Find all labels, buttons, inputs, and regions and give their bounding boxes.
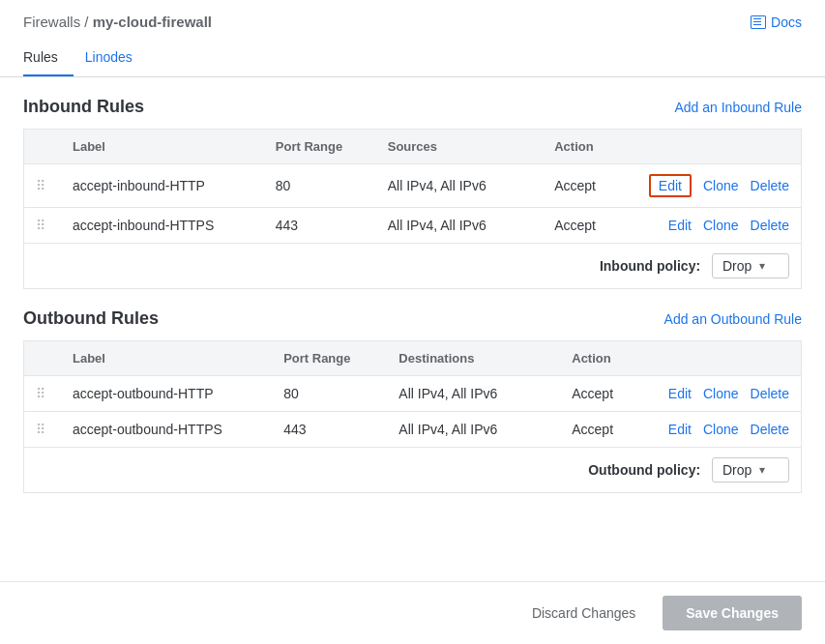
- inbound-drag-col: [24, 130, 62, 164]
- outbound-row1-port: 80: [272, 376, 387, 412]
- inbound-policy-cell: Inbound policy: Drop ▾: [24, 244, 802, 289]
- outbound-col-label: Label: [61, 341, 272, 376]
- drag-handle[interactable]: ⠿: [24, 164, 62, 208]
- outbound-col-action: Action: [560, 341, 657, 376]
- outbound-row1-label: accept-outbound-HTTP: [61, 376, 272, 412]
- tab-linodes[interactable]: Linodes: [85, 40, 148, 76]
- outbound-table: Label Port Range Destinations Action ⠿ a…: [23, 340, 802, 493]
- outbound-row2-port: 443: [272, 412, 387, 448]
- inbound-row2-sources: All IPv4, All IPv6: [376, 208, 543, 244]
- outbound-col-destinations: Destinations: [387, 341, 560, 376]
- inbound-title: Inbound Rules: [23, 97, 144, 117]
- inbound-col-label: Label: [61, 130, 264, 164]
- tab-rules[interactable]: Rules: [23, 40, 74, 76]
- inbound-policy-row: Inbound policy: Drop ▾: [24, 244, 802, 289]
- outbound-row1-delete-button[interactable]: Delete: [751, 386, 789, 401]
- outbound-rules-section: Outbound Rules Add an Outbound Rule Labe…: [23, 308, 802, 493]
- header: Firewalls / my-cloud-firewall Docs: [0, 0, 825, 40]
- inbound-table: Label Port Range Sources Action ⠿ accept…: [23, 129, 802, 289]
- docs-icon: [751, 15, 766, 29]
- outbound-row2-edit-button[interactable]: Edit: [668, 422, 692, 437]
- inbound-row1-sources: All IPv4, All IPv6: [376, 164, 543, 208]
- outbound-row2-actions: Edit Clone Delete: [657, 412, 802, 448]
- outbound-col-port: Port Range: [272, 341, 387, 376]
- drag-handle[interactable]: ⠿: [24, 376, 62, 412]
- outbound-row1-destinations: All IPv4, All IPv6: [387, 376, 560, 412]
- outbound-row1-edit-button[interactable]: Edit: [668, 386, 692, 401]
- outbound-row2-destinations: All IPv4, All IPv6: [387, 412, 560, 448]
- outbound-table-header: Label Port Range Destinations Action: [24, 341, 802, 376]
- docs-link[interactable]: Docs: [751, 15, 802, 30]
- main-content: Inbound Rules Add an Inbound Rule Label …: [0, 77, 825, 581]
- outbound-row1-clone-button[interactable]: Clone: [703, 386, 739, 401]
- inbound-col-action: Action: [543, 130, 637, 164]
- breadcrumb-prefix: Firewalls /: [23, 14, 89, 30]
- inbound-row1-action: Accept: [543, 164, 637, 208]
- inbound-row1-label: accept-inbound-HTTP: [61, 164, 264, 208]
- chevron-down-icon: ▾: [759, 259, 765, 273]
- drag-handle[interactable]: ⠿: [24, 412, 62, 448]
- table-row: ⠿ accept-inbound-HTTPS 443 All IPv4, All…: [24, 208, 802, 244]
- breadcrumb-current: my-cloud-firewall: [93, 14, 212, 30]
- outbound-policy-select[interactable]: Drop ▾: [712, 457, 789, 483]
- inbound-policy-label: Inbound policy:: [600, 258, 700, 274]
- outbound-policy-row: Outbound policy: Drop ▾: [24, 448, 802, 493]
- outbound-row2-delete-button[interactable]: Delete: [751, 422, 789, 437]
- inbound-row2-actions: Edit Clone Delete: [637, 208, 802, 244]
- outbound-policy-label: Outbound policy:: [588, 462, 700, 478]
- inbound-col-port: Port Range: [264, 130, 376, 164]
- table-row: ⠿ accept-outbound-HTTP 80 All IPv4, All …: [24, 376, 802, 412]
- inbound-row2-delete-button[interactable]: Delete: [751, 218, 789, 233]
- inbound-section-header: Inbound Rules Add an Inbound Rule: [23, 97, 802, 117]
- outbound-row1-actions: Edit Clone Delete: [657, 376, 802, 412]
- drag-handle[interactable]: ⠿: [24, 208, 62, 244]
- inbound-row2-clone-button[interactable]: Clone: [703, 218, 739, 233]
- inbound-row1-clone-button[interactable]: Clone: [703, 174, 739, 197]
- add-outbound-rule-button[interactable]: Add an Outbound Rule: [664, 311, 802, 327]
- add-inbound-rule-button[interactable]: Add an Inbound Rule: [674, 100, 802, 115]
- save-changes-button[interactable]: Save Changes: [663, 596, 802, 630]
- inbound-policy-value: Drop: [722, 258, 751, 274]
- inbound-row1-edit-button[interactable]: Edit: [649, 174, 692, 197]
- inbound-row2-port: 443: [264, 208, 376, 244]
- outbound-row1-action: Accept: [560, 376, 657, 412]
- tabs: Rules Linodes: [0, 40, 825, 77]
- inbound-col-actions: [637, 130, 802, 164]
- inbound-row1-delete-button[interactable]: Delete: [751, 174, 789, 197]
- table-row: ⠿ accept-inbound-HTTP 80 All IPv4, All I…: [24, 164, 802, 208]
- discard-changes-button[interactable]: Discard Changes: [520, 598, 647, 629]
- outbound-col-actions: [657, 341, 802, 376]
- inbound-row1-actions: Edit Clone Delete: [637, 164, 802, 208]
- inbound-row2-edit-button[interactable]: Edit: [668, 218, 692, 233]
- inbound-rules-section: Inbound Rules Add an Inbound Rule Label …: [23, 97, 802, 289]
- inbound-col-sources: Sources: [376, 130, 543, 164]
- footer: Discard Changes Save Changes: [0, 581, 825, 644]
- outbound-row2-clone-button[interactable]: Clone: [703, 422, 739, 437]
- inbound-row2-label: accept-inbound-HTTPS: [61, 208, 264, 244]
- outbound-policy-cell: Outbound policy: Drop ▾: [24, 448, 802, 493]
- outbound-section-header: Outbound Rules Add an Outbound Rule: [23, 308, 802, 329]
- outbound-drag-col: [24, 341, 62, 376]
- inbound-row2-action: Accept: [543, 208, 637, 244]
- outbound-row2-action: Accept: [560, 412, 657, 448]
- inbound-table-header: Label Port Range Sources Action: [24, 130, 802, 164]
- outbound-title: Outbound Rules: [23, 308, 159, 329]
- breadcrumb: Firewalls / my-cloud-firewall: [23, 14, 212, 30]
- outbound-row2-label: accept-outbound-HTTPS: [61, 412, 272, 448]
- docs-label: Docs: [771, 15, 802, 30]
- inbound-policy-select[interactable]: Drop ▾: [712, 253, 789, 278]
- outbound-policy-value: Drop: [722, 462, 751, 478]
- inbound-row1-port: 80: [264, 164, 376, 208]
- chevron-down-icon: ▾: [759, 463, 765, 477]
- table-row: ⠿ accept-outbound-HTTPS 443 All IPv4, Al…: [24, 412, 802, 448]
